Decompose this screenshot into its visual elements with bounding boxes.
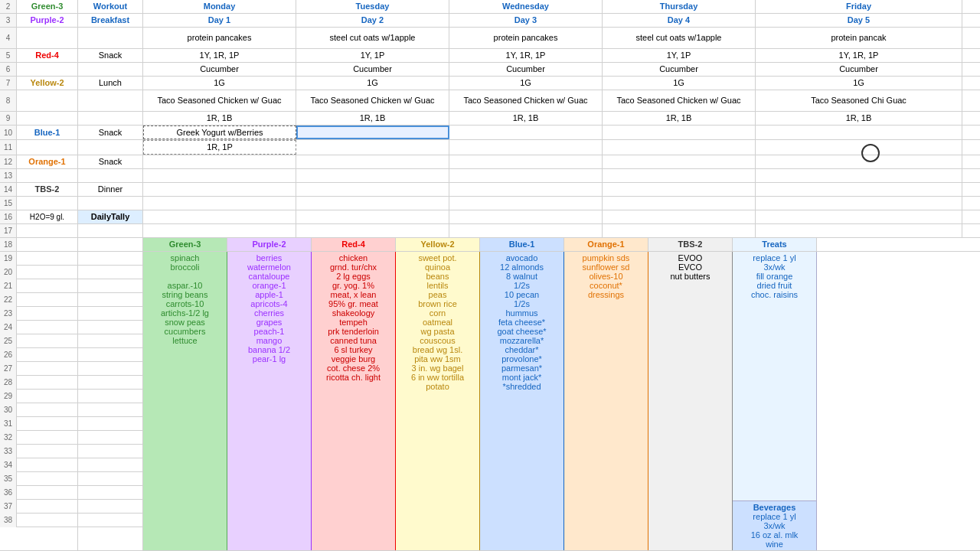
cell-b8[interactable]	[78, 90, 143, 111]
cell-a9[interactable]	[17, 112, 78, 125]
cell-e17[interactable]	[449, 224, 603, 237]
cell-e7[interactable]: 1G	[449, 77, 603, 90]
cell-c17[interactable]	[143, 224, 296, 237]
cell-g5[interactable]: 1Y, 1R, 1P	[756, 49, 962, 62]
cell-d5[interactable]: 1Y, 1P	[296, 49, 449, 62]
cell-b17[interactable]	[78, 224, 143, 237]
cell-g8[interactable]: Taco Seasoned Chi Guac	[756, 90, 962, 111]
cell-c11[interactable]: 1R, 1P	[143, 140, 296, 154]
cell-e3[interactable]: Day 3	[449, 14, 603, 27]
cell-d4[interactable]: steel cut oats w/1apple	[296, 28, 449, 48]
cell-f16[interactable]	[603, 210, 756, 223]
cell-g12[interactable]	[756, 155, 962, 168]
cell-a8[interactable]	[17, 90, 78, 111]
cell-b6[interactable]	[78, 63, 143, 76]
cell-b7[interactable]: Lunch	[78, 77, 143, 90]
cell-d14[interactable]	[296, 183, 449, 196]
cell-e5[interactable]: 1Y, 1R, 1P	[449, 49, 603, 62]
cell-a13[interactable]	[17, 169, 78, 182]
cell-b4[interactable]	[78, 28, 143, 48]
cell-f6[interactable]: Cucumber	[603, 63, 756, 76]
cell-c3[interactable]: Day 1	[143, 14, 296, 27]
cell-e15[interactable]	[449, 197, 603, 210]
cell-e4[interactable]: protein pancakes	[449, 28, 603, 48]
cell-d6[interactable]: Cucumber	[296, 63, 449, 76]
cell-b3[interactable]: Breakfast	[78, 14, 143, 27]
cell-e12[interactable]	[449, 155, 603, 168]
cell-e8[interactable]: Taco Seasoned Chicken w/ Guac	[449, 90, 603, 111]
cell-g10[interactable]	[756, 126, 962, 139]
cell-e10[interactable]	[449, 126, 603, 139]
cell-g11[interactable]	[756, 140, 962, 154]
cell-d7[interactable]: 1G	[296, 77, 449, 90]
cell-d17[interactable]	[296, 224, 449, 237]
cell-c14[interactable]	[143, 183, 296, 196]
cell-c6[interactable]: Cucumber	[143, 63, 296, 76]
cell-c10[interactable]: Greek Yogurt w/Berries	[143, 126, 296, 139]
cell-a17[interactable]	[17, 224, 78, 237]
cell-g17[interactable]	[756, 224, 962, 237]
cell-b13[interactable]	[78, 169, 143, 182]
cell-g14[interactable]	[756, 183, 962, 196]
cell-d15[interactable]	[296, 197, 449, 210]
cell-c13[interactable]	[143, 169, 296, 182]
cell-e2[interactable]: Wednesday	[449, 0, 603, 13]
cell-c12[interactable]	[143, 155, 296, 168]
cell-c4[interactable]: protein pancakes	[143, 28, 296, 48]
cell-b10[interactable]: Snack	[78, 126, 143, 139]
cell-g13[interactable]	[756, 169, 962, 182]
cell-f5[interactable]: 1Y, 1P	[603, 49, 756, 62]
cell-g2[interactable]: Friday	[756, 0, 962, 13]
cell-c7[interactable]: 1G	[143, 77, 296, 90]
cell-b18[interactable]	[78, 238, 143, 251]
cell-e16[interactable]	[449, 210, 603, 223]
cell-f10[interactable]	[603, 126, 756, 139]
cell-d12[interactable]	[296, 155, 449, 168]
cell-g15[interactable]	[756, 197, 962, 210]
cell-g4[interactable]: protein pancak	[756, 28, 962, 48]
cell-f14[interactable]	[603, 183, 756, 196]
cell-d3[interactable]: Day 2	[296, 14, 449, 27]
cell-a5[interactable]: Red-4	[17, 49, 78, 62]
cell-a18[interactable]	[17, 238, 78, 251]
cell-e11[interactable]	[449, 140, 603, 154]
cell-a6[interactable]	[17, 63, 78, 76]
cell-e9[interactable]: 1R, 1B	[449, 112, 603, 125]
cell-a15[interactable]	[17, 197, 78, 210]
cell-d2[interactable]: Tuesday	[296, 0, 449, 13]
cell-f4[interactable]: steel cut oats w/1apple	[603, 28, 756, 48]
cell-b2[interactable]: Workout	[78, 0, 143, 13]
cell-f17[interactable]	[603, 224, 756, 237]
cell-f3[interactable]: Day 4	[603, 14, 756, 27]
cell-a16[interactable]: H2O=9 gl.	[17, 210, 78, 223]
cell-f9[interactable]: 1R, 1B	[603, 112, 756, 125]
cell-a12[interactable]: Orange-1	[17, 155, 78, 168]
cell-f11[interactable]	[603, 140, 756, 154]
cell-d16[interactable]	[296, 210, 449, 223]
cell-d13[interactable]	[296, 169, 449, 182]
cell-e13[interactable]	[449, 169, 603, 182]
cell-a14[interactable]: TBS-2	[17, 183, 78, 196]
cell-b15[interactable]	[78, 197, 143, 210]
cell-a4[interactable]	[17, 28, 78, 48]
cell-g3[interactable]: Day 5	[756, 14, 962, 27]
cell-f8[interactable]: Taco Seasoned Chicken w/ Guac	[603, 90, 756, 111]
cell-f7[interactable]: 1G	[603, 77, 756, 90]
cell-d10[interactable]	[296, 126, 449, 139]
cell-a3[interactable]: Purple-2	[17, 14, 78, 27]
cell-c5[interactable]: 1Y, 1R, 1P	[143, 49, 296, 62]
cell-g6[interactable]: Cucumber	[756, 63, 962, 76]
cell-d8[interactable]: Taco Seasoned Chicken w/ Guac	[296, 90, 449, 111]
cell-a10[interactable]: Blue-1	[17, 126, 78, 139]
cell-c15[interactable]	[143, 197, 296, 210]
cell-b16[interactable]: DailyTally	[78, 210, 143, 223]
cell-d11[interactable]	[296, 140, 449, 154]
cell-a11[interactable]	[17, 140, 78, 154]
cell-b9[interactable]	[78, 112, 143, 125]
cell-b5[interactable]: Snack	[78, 49, 143, 62]
cell-b12[interactable]: Snack	[78, 155, 143, 168]
cell-c9[interactable]: 1R, 1B	[143, 112, 296, 125]
cell-f13[interactable]	[603, 169, 756, 182]
cell-e6[interactable]: Cucumber	[449, 63, 603, 76]
cell-d9[interactable]: 1R, 1B	[296, 112, 449, 125]
